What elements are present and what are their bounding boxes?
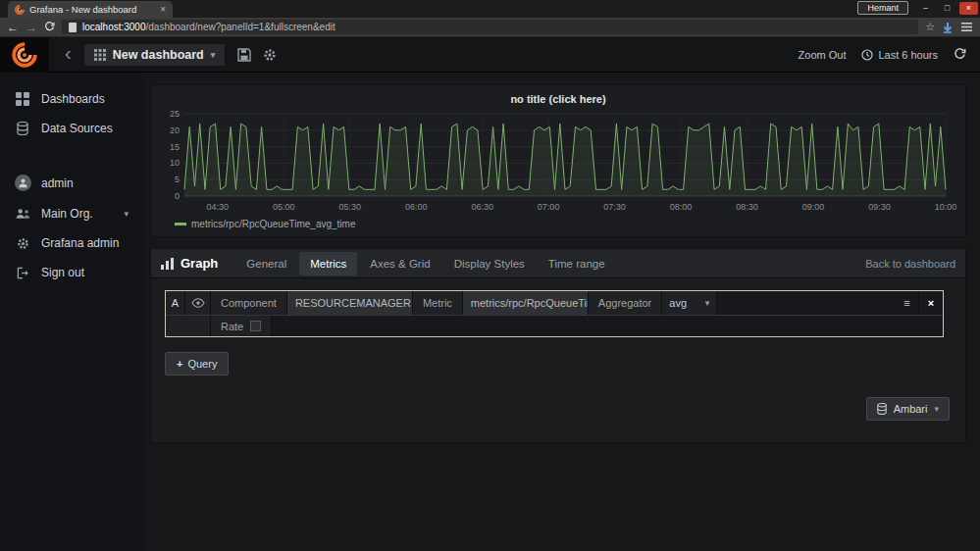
sidebar-item-label: Dashboards [41, 92, 105, 106]
grafana-logo-icon [12, 42, 37, 68]
time-picker[interactable]: Last 6 hours [861, 49, 938, 61]
add-query-button[interactable]: + Query [165, 352, 229, 376]
sidebar-item-label: admin [41, 176, 74, 190]
options-fill [272, 316, 943, 336]
sidebar-item-label: Grafana admin [41, 236, 119, 250]
url-input[interactable]: localhost:3000/dashboard/new?panelId=1&f… [62, 20, 918, 34]
svg-text:09:30: 09:30 [868, 202, 891, 212]
sign-out-icon [14, 267, 31, 279]
svg-text:10: 10 [170, 158, 180, 168]
browser-tabstrip: Grafana - New dashboard × Hemant – □ × [0, 0, 980, 18]
chevron-down-icon: ▾ [705, 298, 710, 308]
svg-text:20: 20 [170, 125, 180, 135]
browser-addressbar: ← → localhost:3000/dashboard/new?panelId… [0, 18, 980, 37]
browser-menu-icon[interactable] [960, 22, 973, 32]
tab-display-styles[interactable]: Display Styles [443, 252, 536, 276]
rate-label: Rate [221, 321, 243, 332]
svg-text:05:30: 05:30 [338, 202, 361, 212]
window-close-icon[interactable]: × [959, 2, 978, 15]
query-toggle[interactable] [185, 291, 211, 315]
save-dashboard-button[interactable] [237, 48, 251, 62]
forward-icon[interactable]: → [26, 22, 37, 33]
legend-label: metrics/rpc/RpcQueueTime_avg_time [191, 219, 355, 229]
grafana-logo[interactable] [0, 37, 49, 73]
graph-panel: no title (click here) 04:3005:0005:3006:… [150, 84, 966, 237]
svg-text:07:30: 07:30 [603, 202, 626, 212]
query-remove-button[interactable]: × [919, 291, 943, 315]
download-icon[interactable] [942, 22, 954, 33]
svg-text:04:30: 04:30 [206, 202, 229, 212]
main-content: no title (click here) 04:3005:0005:3006:… [142, 73, 980, 551]
datasource-row: Ambari ▾ [165, 376, 952, 432]
svg-text:10:00: 10:00 [935, 202, 957, 212]
options-spacer [166, 316, 211, 336]
aggregator-label: Aggregator [589, 291, 662, 315]
window-maximize-icon[interactable]: □ [938, 2, 956, 15]
url-text: localhost:3000/dashboard/new?panelId=1&f… [82, 22, 335, 32]
metrics-editor: A Component RESOURCEMANAGER Metric metri… [151, 278, 965, 442]
query-spacer [717, 291, 896, 315]
dashboard-settings-button[interactable] [263, 48, 277, 62]
clock-icon [861, 49, 873, 61]
rate-option[interactable]: Rate [211, 316, 272, 336]
tab-axes-grid[interactable]: Axes & Grid [359, 252, 440, 276]
sidebar: Dashboards Data Sources admin Main Org. … [0, 73, 142, 551]
chart-legend[interactable]: metrics/rpc/RpcQueueTime_avg_time [155, 218, 961, 234]
sidebar-item-data-sources[interactable]: Data Sources [0, 114, 142, 143]
page-icon [69, 23, 77, 32]
tab-close-icon[interactable]: × [160, 5, 166, 15]
sidebar-item-dashboards[interactable]: Dashboards [0, 84, 142, 114]
database-icon [14, 122, 31, 135]
gear-icon [14, 237, 31, 250]
window-minimize-icon[interactable]: – [916, 2, 935, 15]
metric-input[interactable]: metrics/rpc/RpcQueueTime_av [463, 291, 589, 315]
query-menu-button[interactable]: ≡ [896, 291, 919, 315]
sidebar-item-main-org[interactable]: Main Org. ▾ [0, 199, 142, 228]
timeseries-chart[interactable]: 04:3005:0005:3006:0006:3007:0007:3008:00… [157, 108, 961, 218]
save-icon [237, 48, 251, 62]
datasource-picker[interactable]: Ambari ▾ [866, 397, 950, 421]
svg-text:5: 5 [175, 175, 180, 184]
svg-text:0: 0 [175, 191, 180, 201]
reload-icon[interactable] [44, 22, 55, 32]
rate-checkbox[interactable] [250, 321, 261, 331]
component-input[interactable]: RESOURCEMANAGER [287, 291, 413, 315]
sidebar-item-label: Data Sources [41, 122, 113, 135]
svg-text:09:00: 09:00 [802, 202, 825, 212]
svg-text:08:00: 08:00 [670, 202, 693, 212]
window-controls: Hemant – □ × [857, 1, 978, 15]
dashboards-icon [14, 92, 31, 106]
zoom-out-button[interactable]: Zoom Out [799, 49, 847, 61]
tab-title: Grafana - New dashboard [29, 4, 155, 15]
svg-text:07:00: 07:00 [538, 202, 560, 212]
tab-general[interactable]: General [235, 252, 297, 276]
back-to-dashboard-chevron[interactable]: ‹ [49, 42, 83, 67]
tab-metrics[interactable]: Metrics [299, 252, 357, 276]
back-to-dashboard-link[interactable]: Back to dashboard [865, 258, 955, 270]
tab-time-range[interactable]: Time range [538, 252, 616, 276]
query-table: A Component RESOURCEMANAGER Metric metri… [165, 290, 944, 337]
bookmark-star-icon[interactable]: ☆ [925, 21, 935, 33]
browser-profile-badge[interactable]: Hemant [857, 1, 908, 15]
panel-title[interactable]: no title (click here) [155, 88, 961, 108]
eye-icon [191, 298, 205, 308]
chevron-down-icon: ▾ [124, 209, 129, 219]
refresh-icon[interactable] [954, 48, 966, 61]
svg-text:08:30: 08:30 [736, 202, 758, 212]
query-letter[interactable]: A [166, 291, 185, 315]
dashboard-title: New dashboard [113, 48, 204, 62]
component-label: Component [211, 291, 287, 315]
grafana-favicon [15, 5, 25, 15]
query-options-row: Rate [166, 315, 943, 336]
sidebar-item-label: Sign out [41, 266, 84, 279]
back-icon[interactable]: ← [7, 22, 19, 33]
aggregator-select[interactable]: avg ▾ [662, 291, 717, 315]
dashboard-picker[interactable]: New dashboard ▾ [83, 43, 227, 67]
plus-icon: + [177, 358, 182, 370]
chevron-down-icon: ▾ [934, 404, 939, 414]
sidebar-item-grafana-admin[interactable]: Grafana admin [0, 228, 142, 258]
sidebar-item-sign-out[interactable]: Sign out [0, 258, 142, 287]
browser-tab[interactable]: Grafana - New dashboard × [8, 1, 173, 18]
sidebar-item-admin-user[interactable]: admin [0, 167, 142, 199]
svg-text:06:30: 06:30 [471, 202, 493, 212]
